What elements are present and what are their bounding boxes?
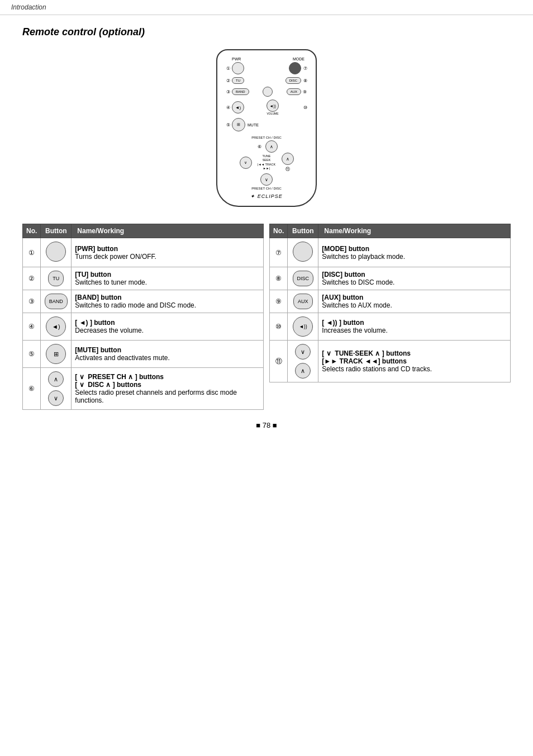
- header-label: Introdaction: [11, 3, 46, 11]
- desc-4: [ ◄) ] button Decreases the volume.: [72, 313, 264, 341]
- pwr-label: PWR: [232, 57, 241, 61]
- table-left: No. Button Name/Working ① [PWR] button: [22, 224, 264, 410]
- num-8: ⑧: [301, 78, 309, 83]
- mute-label: MUTE: [248, 123, 259, 127]
- vol-up-btn[interactable]: ◄)): [266, 100, 279, 112]
- page-header: Introdaction: [0, 0, 533, 15]
- vol-down-btn[interactable]: ◄): [232, 101, 244, 114]
- preset-bottom-label: PRESET CH / DISC: [224, 187, 309, 190]
- num-2: ②: [224, 78, 232, 83]
- remote-diagram: PWR MODE ① ⑦ ② TU: [22, 49, 511, 207]
- pwr-visual: [46, 242, 66, 262]
- no-2: ②: [23, 267, 41, 290]
- center-btn[interactable]: [263, 87, 273, 97]
- remote-row-3: ③ BAND AUX ⑨: [224, 87, 309, 97]
- th-name-l: Name/Working: [72, 224, 264, 238]
- no-5: ⑤: [23, 341, 41, 368]
- seek-down-btn[interactable]: ∨: [240, 157, 252, 169]
- pwr-btn[interactable]: [232, 62, 244, 74]
- tables-container: No. Button Name/Working ① [PWR] button: [22, 224, 511, 410]
- num-9: ⑨: [301, 89, 309, 94]
- mode-visual: [293, 242, 313, 262]
- vol-up-visual: ◄)): [293, 316, 313, 337]
- no-1: ①: [23, 238, 41, 267]
- table-row: ③ BAND [BAND] button Switches to radio m…: [23, 290, 264, 313]
- table-row: ⑤ ⊞ [MUTE] button Activates and deactiva…: [23, 341, 264, 368]
- aux-btn[interactable]: AUX: [287, 88, 301, 95]
- desc-9: [AUX] button Switches to AUX mode.: [318, 290, 511, 313]
- no-4: ④: [23, 313, 41, 341]
- btn-4: ◄): [41, 313, 72, 341]
- mode-label: MODE: [293, 57, 304, 61]
- th-btn-r: Button: [288, 224, 318, 238]
- volume-label: VOLUME: [266, 112, 278, 115]
- table-row: ⑨ AUX [AUX] button Switches to AUX mode.: [270, 290, 511, 313]
- vol-down-visual: ◄): [46, 316, 66, 337]
- remote-row-1: ① ⑦: [224, 62, 309, 74]
- mode-btn[interactable]: [289, 62, 301, 74]
- num-6: ⑥: [255, 144, 263, 149]
- table-row: ① [PWR] button Turns deck power ON/OFF.: [23, 238, 264, 267]
- table-row: ⑥ ∧ ∨ [ ∨ PRESET CH ∧ ] buttons[ ∨ DISC …: [23, 368, 264, 410]
- btn-5: ⊞: [41, 341, 72, 368]
- table-row: ⑦ [MODE] button Switches to playback mod…: [270, 238, 511, 267]
- num-7: ⑦: [301, 66, 309, 71]
- preset-top-label: PRESET CH / DISC: [224, 136, 309, 139]
- aux-visual: AUX: [293, 294, 313, 309]
- nav-down-row: ∨: [260, 173, 273, 186]
- page-footer: ■ 78 ■: [22, 421, 511, 429]
- btn-3: BAND: [41, 290, 72, 313]
- num-3: ③: [224, 89, 232, 94]
- left-table: No. Button Name/Working ① [PWR] button: [22, 224, 264, 410]
- remote-brand: ✦ ECLIPSE: [224, 193, 309, 199]
- table-row: ⑧ DISC [DISC] button Switches to DISC mo…: [270, 267, 511, 290]
- btn-8: DISC: [288, 267, 318, 290]
- no-11: ⑪: [270, 341, 288, 382]
- nav-mid-row: ∨ TUNE SEEK |◄◄ TRACK ►►| ∧ ⑪: [240, 153, 294, 172]
- disc-visual: DISC: [293, 271, 314, 286]
- num-1: ①: [224, 66, 232, 71]
- seek-up-visual: ∧: [295, 363, 311, 379]
- num-5: ⑤: [224, 122, 232, 127]
- nav-center-info: TUNE SEEK |◄◄ TRACK ►►|: [254, 154, 279, 171]
- no-8: ⑧: [270, 267, 288, 290]
- th-name-r: Name/Working: [318, 224, 511, 238]
- btn-10: ◄)): [288, 313, 318, 341]
- th-btn-l: Button: [41, 224, 72, 238]
- desc-7: [MODE] button Switches to playback mode.: [318, 238, 511, 267]
- btn-2: TU: [41, 267, 72, 290]
- th-no-r: No.: [270, 224, 288, 238]
- num-4: ④: [224, 105, 232, 110]
- num-10: ⑩: [301, 105, 309, 110]
- preset-btns-visual: ∧ ∨: [44, 371, 68, 406]
- table-row: ② TU [TU] button Switches to tuner mode.: [23, 267, 264, 290]
- btn-1: [41, 238, 72, 267]
- table-row: ⑩ ◄)) [ ◄)) ] button Increases the volum…: [270, 313, 511, 341]
- num-11: ⑪: [284, 166, 292, 172]
- desc-3: [BAND] button Switches to radio mode and…: [72, 290, 264, 313]
- preset-down-visual: ∨: [48, 390, 64, 406]
- disc-btn[interactable]: DISC: [285, 77, 301, 84]
- btn-6: ∧ ∨: [41, 368, 72, 410]
- remote-row-4: ④ ◄) ◄)) VOLUME ⑩: [224, 100, 309, 115]
- page-number: ■ 78 ■: [256, 421, 277, 429]
- nav-section: ⑥ ∧ ∨ TUNE SEEK |◄◄ TRACK ►►| ∧ ⑪: [224, 140, 309, 187]
- desc-11: [ ∨ TUNE·SEEK ∧ ] buttons[►► TRACK ◄◄] b…: [318, 341, 511, 382]
- mute-visual: ⊞: [46, 344, 66, 364]
- mute-btn[interactable]: ⊞: [232, 118, 245, 131]
- preset-down-btn[interactable]: ∨: [260, 173, 273, 186]
- tu-btn[interactable]: TU: [232, 77, 244, 84]
- th-no-l: No.: [23, 224, 41, 238]
- remote-body: PWR MODE ① ⑦ ② TU: [216, 49, 317, 207]
- no-3: ③: [23, 290, 41, 313]
- no-7: ⑦: [270, 238, 288, 267]
- main-content: Remote control (optional) PWR MODE ① ⑦: [0, 15, 533, 441]
- table-row: ④ ◄) [ ◄) ] button Decreases the volume.: [23, 313, 264, 341]
- tu-visual: TU: [48, 271, 64, 286]
- preset-up-btn[interactable]: ∧: [265, 140, 278, 153]
- seek-up-btn[interactable]: ∧: [282, 153, 294, 165]
- no-6: ⑥: [23, 368, 41, 410]
- band-btn[interactable]: BAND: [232, 88, 249, 95]
- desc-5: [MUTE] button Activates and deactivates …: [72, 341, 264, 368]
- preset-up-visual: ∧: [48, 371, 64, 387]
